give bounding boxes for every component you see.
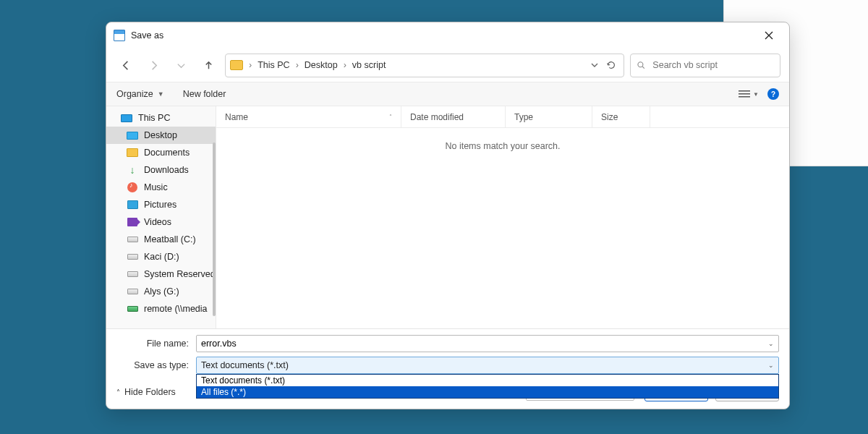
breadcrumb-desktop[interactable]: Desktop bbox=[302, 59, 341, 72]
column-label: Name bbox=[225, 112, 248, 122]
search-input[interactable] bbox=[652, 60, 774, 70]
sidebar-item-label: Documents bbox=[144, 148, 190, 158]
svg-rect-1 bbox=[739, 90, 750, 92]
chevron-down-icon[interactable] bbox=[590, 61, 599, 69]
search-box[interactable] bbox=[630, 54, 780, 77]
breadcrumb-folder[interactable]: vb script bbox=[349, 59, 389, 72]
drive-icon bbox=[127, 289, 138, 294]
type-dropdown: Text documents (*.txt) All files (*.*) bbox=[196, 374, 779, 399]
forward-button[interactable] bbox=[142, 54, 164, 76]
titlebar: Save as bbox=[106, 22, 789, 48]
sidebar-item-label: Meatball (C:) bbox=[144, 234, 196, 244]
column-size[interactable]: Size bbox=[592, 106, 650, 127]
drive-icon bbox=[127, 237, 138, 242]
drive-icon bbox=[127, 271, 138, 277]
chevron-down-icon: ▼ bbox=[158, 90, 164, 98]
chevron-down-icon[interactable]: ⌄ bbox=[768, 340, 774, 347]
sidebar-item-label: Desktop bbox=[144, 130, 177, 140]
drive-icon bbox=[127, 254, 138, 260]
view-menu[interactable]: ▼ bbox=[739, 90, 759, 98]
bottom-panel: File name: ⌄ Save as type: Text document… bbox=[106, 328, 789, 409]
dialog-title: Save as bbox=[131, 30, 754, 41]
sidebar-item-label: This PC bbox=[138, 113, 170, 123]
sidebar-item-network[interactable]: remote (\\media bbox=[106, 300, 216, 318]
close-button[interactable] bbox=[754, 25, 783, 46]
videos-icon bbox=[127, 218, 137, 226]
sidebar-item-music[interactable]: Music bbox=[106, 179, 216, 196]
sidebar-item-label: System Reserved bbox=[144, 269, 216, 279]
notepad-icon bbox=[114, 30, 125, 41]
chevron-down-icon: ▼ bbox=[753, 91, 759, 98]
nav-row: › This PC › Desktop › vb script bbox=[106, 48, 789, 82]
up-button[interactable] bbox=[197, 54, 219, 76]
pictures-icon bbox=[127, 200, 138, 209]
sidebar-item-documents[interactable]: Documents bbox=[106, 144, 216, 161]
type-field[interactable]: Text documents (*.txt) ⌄ bbox=[196, 357, 779, 374]
sidebar-item-label: Downloads bbox=[144, 165, 189, 175]
desktop-icon bbox=[127, 132, 138, 140]
chevron-right-icon: › bbox=[294, 60, 300, 70]
svg-rect-2 bbox=[739, 93, 750, 95]
toolbar: Organize ▼ New folder ▼ ? bbox=[106, 82, 789, 106]
sidebar-item-label: Music bbox=[144, 182, 168, 192]
svg-point-0 bbox=[638, 62, 643, 67]
organize-menu[interactable]: Organize ▼ bbox=[116, 89, 164, 99]
column-name[interactable]: Name ˄ bbox=[216, 106, 401, 127]
search-icon bbox=[637, 60, 645, 70]
chevron-down-icon[interactable]: ⌄ bbox=[768, 362, 774, 369]
download-icon: ↓ bbox=[127, 165, 138, 175]
network-drive-icon bbox=[127, 306, 138, 312]
sidebar-item-thispc[interactable]: This PC bbox=[106, 109, 216, 127]
organize-label: Organize bbox=[116, 89, 153, 99]
sidebar-item-pictures[interactable]: Pictures bbox=[106, 196, 216, 213]
refresh-icon[interactable] bbox=[606, 60, 616, 70]
list-view-icon bbox=[739, 90, 750, 98]
column-type[interactable]: Type bbox=[506, 106, 592, 127]
music-icon bbox=[127, 182, 137, 192]
type-option-all[interactable]: All files (*.*) bbox=[197, 386, 778, 398]
sidebar-item-desktop[interactable]: Desktop bbox=[106, 127, 216, 144]
breadcrumb-thispc[interactable]: This PC bbox=[255, 59, 292, 72]
sidebar-item-label: Videos bbox=[144, 217, 171, 227]
file-list-area: Name ˄ Date modified Type Size No items … bbox=[216, 106, 789, 328]
chevron-right-icon: › bbox=[247, 60, 253, 70]
back-button[interactable] bbox=[115, 54, 137, 76]
column-headers: Name ˄ Date modified Type Size bbox=[216, 106, 789, 128]
documents-icon bbox=[127, 148, 138, 157]
middle-pane: This PC Desktop Documents ↓ Downloads Mu… bbox=[106, 106, 789, 328]
folder-icon bbox=[230, 60, 243, 70]
pc-icon bbox=[121, 114, 132, 122]
sidebar-item-label: remote (\\media bbox=[144, 304, 208, 314]
filename-input[interactable] bbox=[201, 339, 768, 349]
filename-field[interactable]: ⌄ bbox=[196, 335, 779, 352]
sidebar-item-label: Kaci (D:) bbox=[144, 252, 179, 262]
type-label: Save as type: bbox=[116, 360, 196, 370]
sort-indicator-icon: ˄ bbox=[389, 114, 392, 120]
sidebar-item-label: Pictures bbox=[144, 200, 176, 210]
sidebar-scrollbar[interactable] bbox=[213, 142, 216, 316]
svg-rect-3 bbox=[739, 96, 750, 98]
chevron-right-icon: › bbox=[342, 60, 348, 70]
address-bar[interactable]: › This PC › Desktop › vb script bbox=[225, 54, 624, 77]
empty-message: No items match your search. bbox=[216, 128, 789, 151]
new-folder-button[interactable]: New folder bbox=[183, 89, 226, 99]
type-value: Text documents (*.txt) bbox=[201, 360, 289, 370]
chevron-up-icon: ˄ bbox=[116, 388, 120, 396]
sidebar-item-drive-g[interactable]: Alys (G:) bbox=[106, 283, 216, 300]
sidebar-item-label: Alys (G:) bbox=[144, 286, 179, 297]
sidebar-item-downloads[interactable]: ↓ Downloads bbox=[106, 161, 216, 179]
hide-folders-label: Hide Folders bbox=[124, 387, 176, 397]
sidebar-item-videos[interactable]: Videos bbox=[106, 213, 216, 231]
sidebar-item-drive-d[interactable]: Kaci (D:) bbox=[106, 248, 216, 265]
sidebar: This PC Desktop Documents ↓ Downloads Mu… bbox=[106, 106, 216, 328]
help-button[interactable]: ? bbox=[767, 88, 779, 100]
hide-folders-button[interactable]: ˄ Hide Folders bbox=[116, 387, 176, 397]
type-option-txt[interactable]: Text documents (*.txt) bbox=[197, 375, 778, 386]
sidebar-item-drive-sys[interactable]: System Reserved bbox=[106, 265, 216, 283]
filename-label: File name: bbox=[116, 339, 196, 349]
column-date[interactable]: Date modified bbox=[401, 106, 506, 127]
sidebar-item-drive-c[interactable]: Meatball (C:) bbox=[106, 231, 216, 248]
recent-dropdown[interactable] bbox=[170, 54, 192, 76]
save-as-dialog: Save as › This PC › Desktop › vb script bbox=[106, 22, 790, 409]
